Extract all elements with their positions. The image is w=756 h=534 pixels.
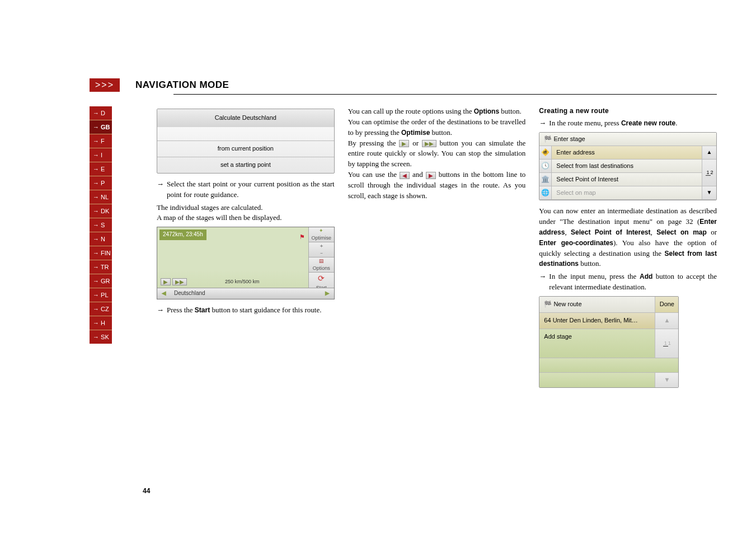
header-arrows-badge: >>> [90, 78, 120, 92]
tab-s[interactable]: → S [90, 218, 112, 232]
tab-nl[interactable]: → NL [90, 190, 112, 204]
tab-d[interactable]: → D [90, 106, 112, 120]
page-header: >>> NAVIGATION MODE [90, 78, 717, 92]
map-ff-icon[interactable]: ▶▶ [172, 278, 187, 285]
column-3: Creating a new route → In the route menu… [539, 106, 717, 478]
p-optimise: You can optimise the order of the destin… [348, 117, 526, 138]
tab-sk[interactable]: → SK [90, 330, 112, 344]
arrow-icon: → [539, 118, 546, 129]
scroll-down-disabled-icon: ▼ [655, 373, 678, 387]
arrow-icon: → [157, 179, 164, 200]
tab-p[interactable]: → P [90, 176, 112, 190]
p-intermediate-dest: You can now enter an intermediate destin… [539, 206, 717, 269]
tab-cz[interactable]: → CZ [90, 302, 112, 316]
map-flag-icon: ⚑ [299, 233, 305, 242]
map-distance-time: 2472km, 23:45h [159, 229, 206, 240]
new-route-title: 🏁 New route [539, 297, 655, 313]
map-scale: 250 km/500 km [225, 278, 260, 285]
p-stages-calculated: The individual stages are calculated. [157, 203, 335, 213]
map-prev-icon[interactable]: ◀ [157, 289, 171, 298]
clock-icon: 🕓 [539, 160, 552, 173]
content-columns: Calculate Deutschland from current posit… [157, 106, 717, 478]
done-button[interactable]: Done [655, 297, 678, 313]
header-rule [173, 94, 717, 95]
tab-tr[interactable]: → TR [90, 260, 112, 274]
scroll-up-icon[interactable]: ▲ [702, 146, 716, 160]
map-bottom-bar: ◀ Deutschland ▶ [157, 288, 334, 299]
map-play-icon[interactable]: ▶ [161, 278, 171, 285]
column-2: You can call up the route options using … [348, 106, 526, 478]
calculate-title: Calculate Deutschland [157, 109, 334, 127]
new-route-box: 🏁 New route Done 64 Unter Den Linden, Be… [539, 296, 679, 388]
tab-h[interactable]: → H [90, 316, 112, 330]
tab-n[interactable]: → N [90, 232, 112, 246]
calculate-box: Calculate Deutschland from current posit… [157, 109, 335, 174]
play-icon: ▶ [399, 140, 409, 147]
page-title: NAVIGATION MODE [135, 79, 229, 91]
p-scroll-stages: You can use the ◀ and ▶ buttons in the b… [348, 170, 526, 202]
page-number: 44 [143, 487, 150, 495]
column-1: Calculate Deutschland from current posit… [157, 106, 335, 478]
language-tabs: → D → GB → F → I → E → P → NL → DK → S →… [90, 106, 112, 344]
p-map-displayed: A map of the stages will then be display… [157, 213, 335, 223]
page-indicator: 11 [655, 329, 678, 358]
tab-dk[interactable]: → DK [90, 204, 112, 218]
map-optimise-button[interactable]: ✦Optimise [308, 227, 334, 242]
add-stage-row[interactable]: Add stage [539, 329, 655, 358]
bullet-press-add: → In the input menu, press the Add butto… [539, 271, 717, 293]
arrow-icon: → [539, 271, 546, 293]
enter-stage-title: 🏁 Enter stage [539, 133, 716, 146]
scroll-down-icon[interactable]: ▼ [702, 186, 716, 200]
set-start-row[interactable]: set a starting point [157, 157, 334, 173]
tab-pl[interactable]: → PL [90, 288, 112, 302]
scroll-up-disabled-icon: ▲ [655, 313, 678, 329]
tab-f[interactable]: → F [90, 134, 112, 148]
map-stage-label: Deutschland [171, 289, 321, 298]
enter-address-row[interactable]: Enter address [552, 146, 702, 160]
tab-i[interactable]: → I [90, 148, 112, 162]
bullet-create-route: → In the route menu, press Create new ro… [539, 118, 717, 129]
select-map-row[interactable]: Select on map [552, 186, 702, 200]
bullet-press-start: → Press the Start button to start guidan… [157, 305, 335, 316]
from-current-row[interactable]: from current position [157, 140, 334, 157]
select-last-row[interactable]: Select from last destinations [552, 160, 702, 173]
map-icon: 🌐 [539, 186, 552, 200]
select-poi-row[interactable]: Select Point of Interest [552, 173, 702, 186]
enter-stage-box: 🏁 Enter stage 🚸 Enter address ▲ 🕓 Select… [539, 132, 717, 200]
sign-icon: 🚸 [539, 146, 552, 160]
map-options-button[interactable]: ▤Options [308, 257, 334, 273]
p-simulate: By pressing the ▶ or ▶▶ button you can s… [348, 138, 526, 170]
heading-creating-route: Creating a new route [539, 106, 717, 116]
p-call-options: You can call up the route options using … [348, 106, 526, 117]
left-arrow-icon: ◀ [400, 172, 410, 179]
right-arrow-icon: ▶ [426, 172, 436, 179]
bullet-select-start: → Select the start point or your current… [157, 179, 335, 200]
tab-gb[interactable]: → GB [90, 120, 112, 134]
map-side-buttons: ✦Optimise ＋－ ▤Options ⟳Start [308, 227, 334, 288]
map-preview: 2472km, 23:45h ⚑ ✦Optimise ＋－ ▤Options ⟳… [157, 227, 335, 299]
poi-icon: 🏛️ [539, 173, 552, 186]
tab-e[interactable]: → E [90, 162, 112, 176]
map-next-icon[interactable]: ▶ [321, 289, 334, 298]
stage-row[interactable]: 64 Unter Den Linden, Berlin, Mit… [539, 313, 655, 329]
arrow-icon: → [157, 305, 164, 316]
tab-gr[interactable]: → GR [90, 274, 112, 288]
empty-row [539, 373, 655, 387]
tab-fin[interactable]: → FIN [90, 246, 112, 260]
fast-forward-icon: ▶▶ [422, 140, 436, 147]
page-indicator: 12 [702, 160, 716, 186]
empty-row [539, 358, 678, 373]
map-zoom-buttons[interactable]: ＋－ [308, 242, 334, 257]
